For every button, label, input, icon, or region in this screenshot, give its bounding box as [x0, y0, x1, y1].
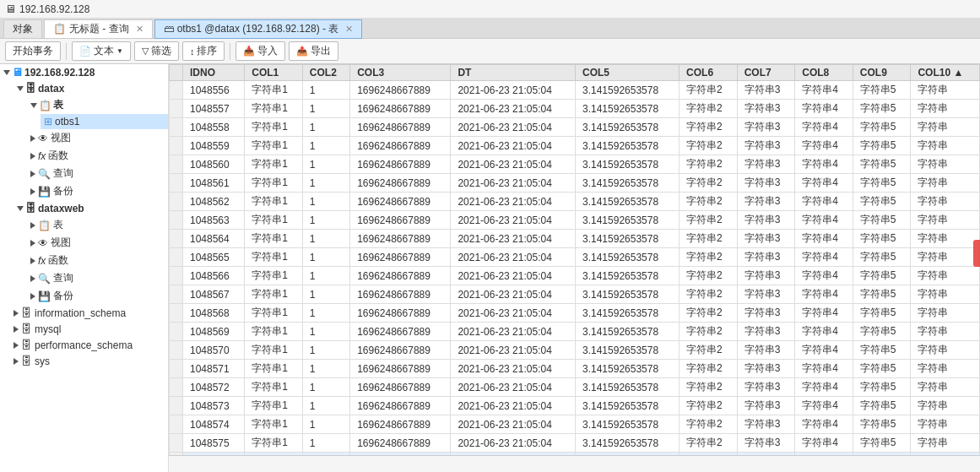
- table-cell: 字符串1: [245, 267, 303, 285]
- table-row[interactable]: 1048560字符串1116962486678892021-06-23 21:0…: [170, 155, 980, 174]
- mysql-expand-icon: [14, 326, 19, 333]
- table-cell: 1696248667889: [350, 453, 451, 456]
- table-row[interactable]: 1048562字符串1116962486678892021-06-23 21:0…: [170, 193, 980, 211]
- start-transaction-button[interactable]: 开始事务: [5, 41, 61, 61]
- table-cell: 2021-06-23 21:05:04: [451, 100, 576, 118]
- datax-backup-group[interactable]: 💾 备份: [27, 182, 168, 200]
- table-cell: 字符串3: [737, 415, 795, 434]
- text-button[interactable]: 📄 文本 ▼: [72, 41, 131, 61]
- col-col1[interactable]: COL1: [245, 65, 303, 81]
- close-tab-icon[interactable]: ✕: [345, 24, 353, 35]
- tab-objects[interactable]: 对象: [3, 19, 42, 38]
- col-col9[interactable]: COL9: [853, 65, 911, 81]
- col-col7[interactable]: COL7: [737, 65, 795, 81]
- sys-label: sys: [35, 355, 50, 367]
- close-icon[interactable]: ✕: [136, 24, 143, 35]
- table-row[interactable]: 1048566字符串1116962486678892021-06-23 21:0…: [170, 267, 980, 285]
- table-cell: 字符串: [911, 137, 980, 155]
- table-row[interactable]: 1048561字符串1116962486678892021-06-23 21:0…: [170, 174, 980, 193]
- table-row[interactable]: 1048559字符串1116962486678892021-06-23 21:0…: [170, 137, 980, 155]
- table-row[interactable]: 1048573字符串1116962486678892021-06-23 21:0…: [170, 397, 980, 415]
- datax-header[interactable]: 🗄 datax: [14, 80, 168, 96]
- table-cell: 1696248667889: [350, 211, 451, 230]
- table-row[interactable]: 1048568字符串1116962486678892021-06-23 21:0…: [170, 304, 980, 323]
- table-cell: 3.141592653578: [576, 248, 680, 267]
- sidebar-item-otbs1[interactable]: ⊞ otbs1: [41, 114, 168, 129]
- table-cell: 1: [302, 155, 349, 174]
- table-cell: 字符串: [911, 415, 980, 434]
- dataxweb-tables-group[interactable]: 📋 表: [27, 216, 168, 234]
- table-cell: 字符串1: [245, 211, 303, 230]
- table-row[interactable]: 1048557字符串1116962486678892021-06-23 21:0…: [170, 100, 980, 118]
- sidebar-item-sys[interactable]: 🗄 sys: [0, 353, 168, 369]
- col-col3[interactable]: COL3: [350, 65, 451, 81]
- datax-table-list: ⊞ otbs1: [27, 114, 168, 129]
- table-row[interactable]: 1048575字符串1116962486678892021-06-23 21:0…: [170, 434, 980, 453]
- table-row[interactable]: 1048567字符串1116962486678892021-06-23 21:0…: [170, 285, 980, 304]
- dataxweb-functions-group[interactable]: fx 函数: [27, 252, 168, 269]
- datax-views-group[interactable]: 👁 视图: [27, 129, 168, 147]
- table-row[interactable]: 1048574字符串1116962486678892021-06-23 21:0…: [170, 415, 980, 434]
- table-cell: 字符串: [911, 304, 980, 323]
- table-cell: 字符串4: [795, 211, 853, 230]
- table-row[interactable]: 1048563字符串1116962486678892021-06-23 21:0…: [170, 211, 980, 230]
- table-cell: 1: [302, 81, 349, 100]
- datax-functions-group[interactable]: fx 函数: [27, 147, 168, 165]
- table-row[interactable]: 1048564字符串1116962486678892021-06-23 21:0…: [170, 230, 980, 248]
- filter-icon: ▽: [142, 46, 149, 57]
- table-cell: 2021-06-23 21:05:04: [451, 434, 576, 453]
- col-col2[interactable]: COL2: [302, 65, 349, 81]
- table-cell: 2021-06-23 21:05:04: [451, 174, 576, 193]
- col-dt[interactable]: DT: [451, 65, 576, 81]
- col-col6[interactable]: COL6: [680, 65, 738, 81]
- table-row[interactable]: 1048565字符串1116962486678892021-06-23 21:0…: [170, 248, 980, 267]
- table-cell: 字符串: [911, 341, 980, 360]
- dataxweb-label: dataxweb: [38, 203, 84, 214]
- datax-queries-group[interactable]: 🔍 查询: [27, 165, 168, 182]
- table-cell: 1048574: [183, 415, 245, 434]
- table-cell: 字符串5: [853, 304, 911, 323]
- sidebar-item-mysql[interactable]: 🗄 mysql: [0, 321, 168, 337]
- data-grid-wrapper[interactable]: IDNO COL1 COL2 COL3 DT COL5 COL6 COL7 CO…: [169, 64, 980, 455]
- dxw-backup-label: 备份: [53, 289, 73, 303]
- col-col5[interactable]: COL5: [576, 65, 680, 81]
- table-row[interactable]: ▶1048576字符串1116962486678892021-06-23 21:…: [170, 453, 980, 456]
- table-cell: 字符串2: [680, 248, 738, 267]
- table-cell: 字符串3: [737, 100, 795, 118]
- col-idno[interactable]: IDNO: [183, 65, 245, 81]
- col-col8[interactable]: COL8: [795, 65, 853, 81]
- table-row[interactable]: 1048572字符串1116962486678892021-06-23 21:0…: [170, 378, 980, 397]
- tab-table[interactable]: 🗃 otbs1 @datax (192.168.92.128) - 表 ✕: [154, 19, 363, 39]
- table-row[interactable]: 1048570字符串1116962486678892021-06-23 21:0…: [170, 341, 980, 360]
- export-button[interactable]: 📤 导出: [289, 41, 338, 61]
- col-col10[interactable]: COL10 ▲: [911, 65, 980, 81]
- sidebar-item-information-schema[interactable]: 🗄 information_schema: [0, 305, 168, 321]
- tab-query[interactable]: 📋 无标题 - 查询 ✕: [44, 19, 153, 38]
- table-cell: 字符串4: [795, 285, 853, 304]
- dxw-func-expand: [30, 258, 35, 264]
- dataxweb-queries-group[interactable]: 🔍 查询: [27, 269, 168, 287]
- dataxweb-header[interactable]: 🗄 dataxweb: [14, 200, 168, 216]
- table-row[interactable]: 1048558字符串1116962486678892021-06-23 21:0…: [170, 118, 980, 137]
- table-cell: 字符串: [911, 378, 980, 397]
- datax-tables-group[interactable]: 📋 表: [27, 96, 168, 114]
- table-cell: 字符串4: [795, 193, 853, 211]
- table-row[interactable]: 1048556字符串1116962486678892021-06-23 21:0…: [170, 81, 980, 100]
- table-cell: 字符串1: [245, 341, 303, 360]
- table-cell: 2021-06-23 21:05:04: [451, 341, 576, 360]
- import-button[interactable]: 📥 导入: [236, 41, 285, 61]
- filter-button[interactable]: ▽ 筛选: [134, 41, 179, 61]
- table-cell: 字符串2: [680, 304, 738, 323]
- sidebar-item-performance-schema[interactable]: 🗄 performance_schema: [0, 337, 168, 353]
- table-cell: 1696248667889: [350, 323, 451, 341]
- table-row[interactable]: 1048569字符串1116962486678892021-06-23 21:0…: [170, 323, 980, 341]
- sort-button[interactable]: ↕ 排序: [182, 41, 225, 61]
- table-cell: 2021-06-23 21:05:04: [451, 304, 576, 323]
- server-node[interactable]: 🖥 192.168.92.128: [0, 64, 168, 80]
- table-cell: 字符串: [911, 193, 980, 211]
- table-cell: 字符串2: [680, 100, 738, 118]
- table-row[interactable]: 1048571字符串1116962486678892021-06-23 21:0…: [170, 360, 980, 378]
- dataxweb-views-group[interactable]: 👁 视图: [27, 234, 168, 252]
- dataxweb-backup-group[interactable]: 💾 备份: [27, 287, 168, 305]
- table-cell: [170, 341, 183, 360]
